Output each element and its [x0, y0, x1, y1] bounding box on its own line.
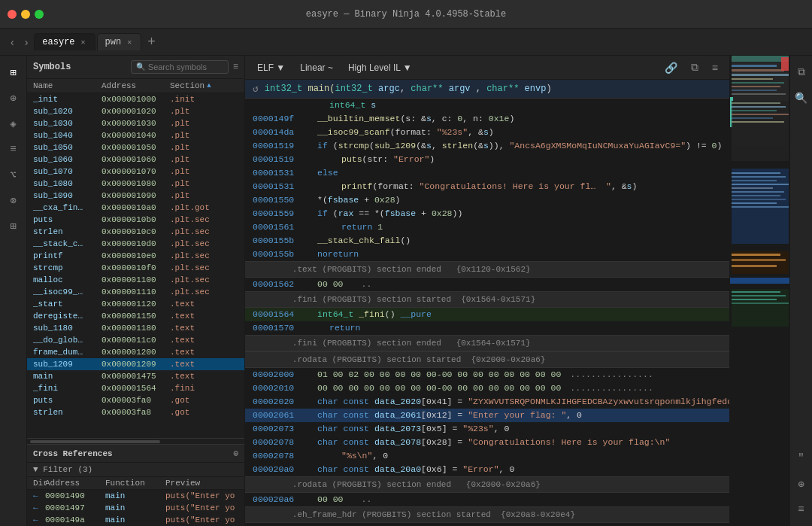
menu-icon[interactable]: ≡: [708, 60, 722, 75]
data-line-2073[interactable]: 00002073 char const data_2073[0x5] = "%2…: [245, 422, 729, 436]
sort-icon[interactable]: ▲: [207, 82, 211, 90]
sidebar-icon-search[interactable]: ⊕: [3, 87, 24, 108]
data-line-20a0[interactable]: 000020a0 char const data_20a0[0x6] = "Er…: [245, 463, 729, 476]
symbol-row[interactable]: sub_1090 0x000001090 .plt: [27, 190, 244, 202]
func-sig-text: int32_t main(int32_t argc, char** argv ,…: [265, 84, 552, 94]
code-line-fini-def[interactable]: 00001564 int64_t _fini() __pure: [245, 308, 729, 321]
code-content[interactable]: int64_t s 0000149f __builtin_memset(s: &…: [245, 99, 729, 526]
tab-easyre-close[interactable]: ✕: [80, 38, 87, 47]
svg-rect-26: [732, 195, 780, 196]
tab-pwn-close[interactable]: ✕: [126, 38, 133, 47]
symbol-row[interactable]: __isoc99_… 0x000001110 .plt.sec: [27, 286, 244, 298]
hex-line-1562[interactable]: 00001562 00 00 ..: [245, 278, 729, 291]
code-line-printf-congrats[interactable]: 00001531 printf(format: "Congratulations…: [245, 180, 729, 193]
sidebar-icon-debug[interactable]: ⊗: [3, 190, 24, 211]
symbol-row[interactable]: sub_1050 0x000001050 .plt: [27, 141, 244, 154]
hex-line-20a8[interactable]: 000020a8 01 1b 03 3b 3c 00 00 00 ...;<..…: [245, 523, 729, 526]
symbol-row[interactable]: strlen 0x0000010c0 .plt.sec: [27, 226, 244, 238]
code-line-noreturn[interactable]: 0000155b noreturn: [245, 248, 729, 261]
symbols-list[interactable]: _init 0x000001000 .init sub_1020 0x00000…: [27, 93, 244, 438]
data-line-2078[interactable]: 00002078 char const data_2078[0x28] = "C…: [245, 436, 729, 449]
minimap-svg: [730, 56, 789, 526]
symbol-row[interactable]: _fini 0x000001564 .fini: [27, 382, 244, 394]
symbol-row[interactable]: sub_1060 0x000001060 .plt: [27, 154, 244, 166]
elf-dropdown[interactable]: ELF ▼: [253, 61, 289, 74]
symbol-row[interactable]: puts 0x0000010b0 .plt.sec: [27, 214, 244, 226]
code-line-puts-error[interactable]: 00001519 puts(str: "Error"): [245, 153, 729, 166]
code-line-return-fini[interactable]: 00001570 return: [245, 321, 729, 335]
symbol-row[interactable]: strlen 0x00003fa8 .got: [27, 406, 244, 418]
section-text-end: .text (PROGBITS) section ended {0x1120-0…: [245, 261, 729, 278]
xref-row[interactable]: ← 00001497 main puts("Enter yo: [27, 502, 244, 514]
xref-row[interactable]: ← 0000149a main puts("Enter yo: [27, 514, 244, 526]
code-line-else[interactable]: 00001531 else: [245, 166, 729, 180]
symbol-row[interactable]: __stack_c… 0x0000010d0 .plt.sec: [27, 238, 244, 250]
symbol-row[interactable]: printf 0x0000010e0 .plt.sec: [27, 250, 244, 262]
hex-line-20a6[interactable]: 000020a6 00 00 ..: [245, 493, 729, 506]
svg-rect-28: [732, 202, 777, 204]
code-line-return1[interactable]: 00001561 return 1: [245, 220, 729, 234]
tab-easyre[interactable]: easyre ✕: [34, 33, 95, 50]
code-line-fsbase1[interactable]: 00001550 *(fsbase + 0x28): [245, 193, 729, 207]
new-tab-button[interactable]: +: [143, 34, 160, 50]
refresh-icon[interactable]: ↺: [253, 83, 259, 95]
symbol-row[interactable]: puts 0x00003fa0 .got: [27, 394, 244, 406]
code-line-s[interactable]: int64_t s: [245, 99, 729, 112]
symbol-row[interactable]: sub_1080 0x000001080 .plt: [27, 178, 244, 190]
crossrefs-settings-icon[interactable]: ⊙: [233, 448, 238, 458]
symbol-row[interactable]: frame_dum… 0x000001200 .text: [27, 346, 244, 358]
close-button[interactable]: [8, 10, 17, 19]
tabbar: ‹ › easyre ✕ pwn ✕ +: [0, 29, 812, 56]
right-icon-quote[interactable]: ": [791, 448, 812, 469]
symbol-row[interactable]: sub_1020 0x000001020 .plt: [27, 105, 244, 117]
symbol-row[interactable]: deregiste… 0x000001150 .text: [27, 310, 244, 322]
hex-line-2000[interactable]: 00002000 01 00 02 00 00 00 00 00-00 00 0…: [245, 368, 729, 382]
sidebar-icon-tag[interactable]: ◈: [3, 113, 24, 134]
sidebar-icon-type[interactable]: ≡: [3, 138, 24, 160]
symbols-menu-icon[interactable]: ≡: [233, 62, 238, 72]
maximize-button[interactable]: [35, 10, 44, 19]
code-line-stackchk[interactable]: 0000155b __stack_chk_fail(): [245, 234, 729, 248]
data-line-2078-cont[interactable]: 00002078 "%s\n", 0: [245, 449, 729, 463]
sidebar-icon-graph[interactable]: ⌥: [3, 164, 24, 185]
symbol-row[interactable]: malloc 0x000001100 .plt.sec: [27, 274, 244, 286]
sidebar-icon-nav[interactable]: ⊞: [3, 62, 24, 83]
code-line-if-rax[interactable]: 00001559 if (rax == *(fsbase + 0x28)): [245, 207, 729, 220]
right-icon-zoom[interactable]: ⊕: [791, 473, 812, 494]
forward-button[interactable]: ›: [20, 33, 33, 51]
tab-pwn[interactable]: pwn ✕: [97, 33, 142, 50]
symbol-row[interactable]: __do_glob… 0x0000011c0 .text: [27, 334, 244, 346]
svg-rect-35: [732, 289, 789, 327]
data-line-2020[interactable]: 00002020 char const data_2020[0x41] = "Z…: [245, 395, 729, 409]
symbol-row[interactable]: sub_1209 0x000001209 .text: [27, 358, 244, 370]
symbol-row[interactable]: __cxa_fin… 0x0000010a0 .plt.got: [27, 202, 244, 214]
symbol-row[interactable]: _start 0x000001120 .text: [27, 298, 244, 310]
symbol-row[interactable]: sub_1070 0x000001070 .plt: [27, 166, 244, 178]
back-button[interactable]: ‹: [6, 33, 19, 51]
symbol-row[interactable]: main 0x000001475 .text: [27, 370, 244, 382]
symbols-scrollbar[interactable]: [27, 438, 244, 444]
code-line-if-strcmp[interactable]: 00001519 if (strcmp(sub_1209(&s, strlen(…: [245, 139, 729, 153]
right-icon-search[interactable]: 🔍: [791, 87, 812, 108]
data-line-2061-selected[interactable]: 00002061 char const data_2061[0x12] = "E…: [245, 409, 729, 422]
link-icon[interactable]: 🔗: [661, 60, 681, 75]
highlevel-dropdown[interactable]: High Level IL ▼: [344, 61, 417, 74]
right-icon-layers[interactable]: ⧉: [791, 62, 812, 83]
code-line-memset[interactable]: 0000149f __builtin_memset(s: &s, c: 0, n…: [245, 112, 729, 126]
symbol-row[interactable]: strcmp 0x0000010f0 .plt.sec: [27, 262, 244, 274]
symbol-row[interactable]: _init 0x000001000 .init: [27, 93, 244, 105]
symbols-search-input[interactable]: [148, 62, 223, 71]
symbol-row[interactable]: sub_1180 0x000001180 .text: [27, 322, 244, 334]
minimap[interactable]: [729, 56, 789, 526]
right-icon-menu2[interactable]: ≡: [791, 499, 812, 520]
copy-icon[interactable]: ⧉: [687, 59, 702, 75]
linear-dropdown[interactable]: Linear ~: [295, 61, 338, 74]
crossrefs-filter[interactable]: ▼ Filter (3): [27, 463, 244, 477]
sidebar-icon-plugin[interactable]: ⊞: [3, 215, 24, 236]
symbol-row[interactable]: sub_1030 0x000001030 .plt: [27, 117, 244, 129]
minimize-button[interactable]: [21, 10, 30, 19]
symbol-row[interactable]: sub_1040 0x000001040 .plt: [27, 129, 244, 141]
code-line-scanf[interactable]: 000014da __isoc99_scanf(format: "%23s", …: [245, 126, 729, 139]
xref-row[interactable]: ← 00001490 main puts("Enter yo: [27, 490, 244, 502]
hex-line-2010[interactable]: 00002010 00 00 00 00 00 00 00 00-00 00 0…: [245, 382, 729, 395]
